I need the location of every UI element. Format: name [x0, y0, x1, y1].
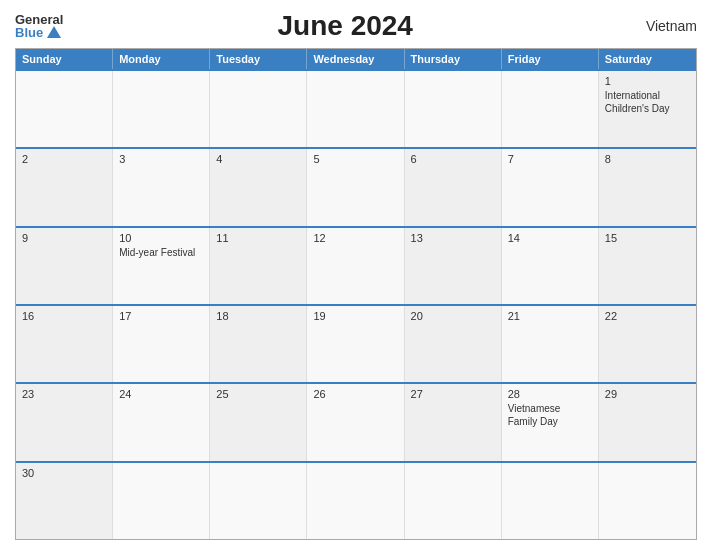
day-number: 15	[605, 232, 690, 244]
calendar-cell-w4-d4: 19	[307, 306, 404, 382]
calendar-cell-w3-d5: 13	[405, 228, 502, 304]
calendar-week-6: 30	[16, 461, 696, 539]
calendar-cell-w4-d5: 20	[405, 306, 502, 382]
calendar-cell-w3-d4: 12	[307, 228, 404, 304]
calendar-cell-w3-d6: 14	[502, 228, 599, 304]
logo-content: General Blue	[15, 13, 63, 39]
day-number: 19	[313, 310, 397, 322]
day-number: 29	[605, 388, 690, 400]
day-number: 4	[216, 153, 300, 165]
day-number: 25	[216, 388, 300, 400]
day-number: 10	[119, 232, 203, 244]
calendar-cell-w6-d5	[405, 463, 502, 539]
day-number: 6	[411, 153, 495, 165]
calendar-cell-w1-d7: 1International Children's Day	[599, 71, 696, 147]
day-number: 16	[22, 310, 106, 322]
day-number: 1	[605, 75, 690, 87]
calendar-cell-w5-d6: 28Vietnamese Family Day	[502, 384, 599, 460]
day-number: 24	[119, 388, 203, 400]
day-number: 30	[22, 467, 106, 479]
calendar-cell-w2-d3: 4	[210, 149, 307, 225]
header-monday: Monday	[113, 49, 210, 69]
header-wednesday: Wednesday	[307, 49, 404, 69]
day-number: 2	[22, 153, 106, 165]
day-number: 26	[313, 388, 397, 400]
day-number: 11	[216, 232, 300, 244]
calendar-cell-w3-d2: 10Mid-year Festival	[113, 228, 210, 304]
calendar-cell-w6-d1: 30	[16, 463, 113, 539]
calendar-cell-w4-d2: 17	[113, 306, 210, 382]
calendar-cell-w2-d7: 8	[599, 149, 696, 225]
calendar-cell-w4-d7: 22	[599, 306, 696, 382]
day-number: 20	[411, 310, 495, 322]
calendar-cell-w6-d4	[307, 463, 404, 539]
day-number: 27	[411, 388, 495, 400]
calendar-week-2: 2345678	[16, 147, 696, 225]
calendar-cell-w4-d6: 21	[502, 306, 599, 382]
month-title: June 2024	[63, 10, 627, 42]
calendar-cell-w1-d3	[210, 71, 307, 147]
calendar-cell-w2-d1: 2	[16, 149, 113, 225]
calendar-cell-w5-d3: 25	[210, 384, 307, 460]
day-number: 18	[216, 310, 300, 322]
day-number: 12	[313, 232, 397, 244]
logo: General Blue	[15, 13, 63, 39]
calendar-cell-w2-d6: 7	[502, 149, 599, 225]
calendar-cell-w5-d2: 24	[113, 384, 210, 460]
logo-blue-text: Blue	[15, 26, 43, 39]
calendar-cell-w6-d2	[113, 463, 210, 539]
day-number: 23	[22, 388, 106, 400]
calendar-cell-w5-d1: 23	[16, 384, 113, 460]
calendar-cell-w4-d1: 16	[16, 306, 113, 382]
calendar-cell-w6-d3	[210, 463, 307, 539]
calendar-cell-w1-d4	[307, 71, 404, 147]
calendar-grid: Sunday Monday Tuesday Wednesday Thursday…	[15, 48, 697, 540]
calendar-body: 1International Children's Day2345678910M…	[16, 69, 696, 539]
calendar-week-1: 1International Children's Day	[16, 69, 696, 147]
calendar-cell-w2-d2: 3	[113, 149, 210, 225]
header-tuesday: Tuesday	[210, 49, 307, 69]
day-number: 3	[119, 153, 203, 165]
logo-triangle-icon	[47, 26, 61, 38]
page-header: General Blue June 2024 Vietnam	[15, 10, 697, 42]
calendar-cell-w1-d1	[16, 71, 113, 147]
day-number: 7	[508, 153, 592, 165]
country-label: Vietnam	[627, 18, 697, 34]
day-number: 17	[119, 310, 203, 322]
calendar-cell-w2-d5: 6	[405, 149, 502, 225]
day-number: 21	[508, 310, 592, 322]
calendar-header: Sunday Monday Tuesday Wednesday Thursday…	[16, 49, 696, 69]
calendar-week-3: 910Mid-year Festival1112131415	[16, 226, 696, 304]
day-number: 5	[313, 153, 397, 165]
day-number: 8	[605, 153, 690, 165]
calendar-cell-w6-d6	[502, 463, 599, 539]
calendar-cell-w1-d2	[113, 71, 210, 147]
header-thursday: Thursday	[405, 49, 502, 69]
calendar-cell-w1-d5	[405, 71, 502, 147]
header-friday: Friday	[502, 49, 599, 69]
calendar-cell-w3-d1: 9	[16, 228, 113, 304]
day-number: 9	[22, 232, 106, 244]
calendar-cell-w5-d4: 26	[307, 384, 404, 460]
event-label: Mid-year Festival	[119, 247, 195, 258]
calendar-page: General Blue June 2024 Vietnam Sunday Mo…	[0, 0, 712, 550]
event-label: International Children's Day	[605, 90, 670, 114]
event-label: Vietnamese Family Day	[508, 403, 561, 427]
calendar-cell-w4-d3: 18	[210, 306, 307, 382]
header-sunday: Sunday	[16, 49, 113, 69]
calendar-week-4: 16171819202122	[16, 304, 696, 382]
day-number: 28	[508, 388, 592, 400]
calendar-week-5: 232425262728Vietnamese Family Day29	[16, 382, 696, 460]
calendar-cell-w1-d6	[502, 71, 599, 147]
header-saturday: Saturday	[599, 49, 696, 69]
calendar-cell-w3-d7: 15	[599, 228, 696, 304]
day-number: 22	[605, 310, 690, 322]
calendar-cell-w3-d3: 11	[210, 228, 307, 304]
day-number: 13	[411, 232, 495, 244]
day-number: 14	[508, 232, 592, 244]
calendar-cell-w5-d5: 27	[405, 384, 502, 460]
calendar-cell-w6-d7	[599, 463, 696, 539]
calendar-cell-w2-d4: 5	[307, 149, 404, 225]
calendar-cell-w5-d7: 29	[599, 384, 696, 460]
